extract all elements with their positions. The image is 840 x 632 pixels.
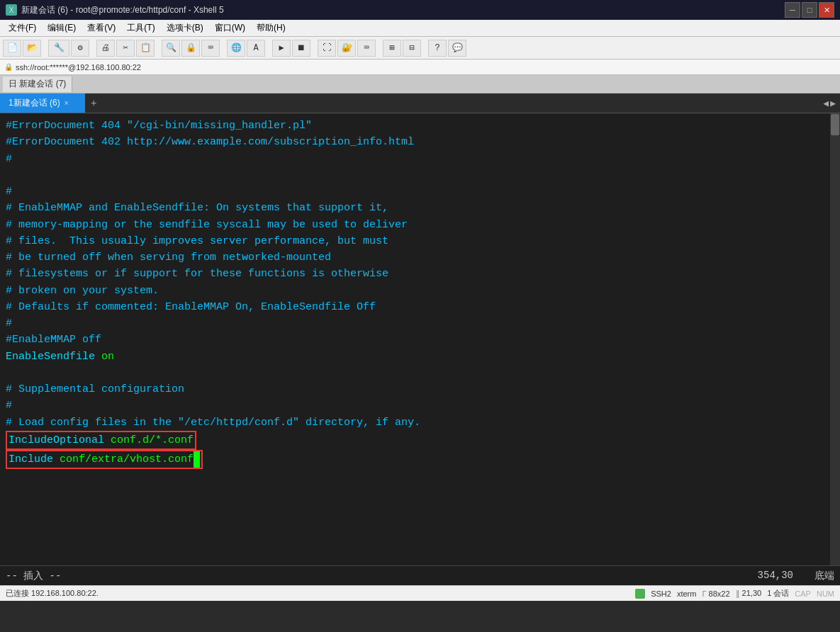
num-indicator: NUM (817, 589, 834, 598)
terminal-content[interactable]: #ErrorDocument 404 "/cgi-bin/missing_han… (0, 113, 840, 565)
sessions-label: 1 会话 (767, 588, 789, 599)
terminal-size-label: Γ 88x22 (702, 589, 729, 598)
toolbar-btn9[interactable]: 🌐 (227, 40, 245, 57)
terminal-line-3: # (6, 151, 834, 167)
session-tab-label: 1新建会话 (6) (9, 97, 60, 109)
menu-help[interactable]: 帮助(H) (251, 21, 291, 35)
terminal-line-16 (6, 365, 834, 381)
toolbar-btn3[interactable]: 🖨 (96, 40, 115, 57)
cursor-pos-label: ‖ 21,30 (736, 589, 762, 598)
bottom-bar-right: SSH2 xterm Γ 88x22 ‖ 21,30 1 会话 CAP NUM (635, 588, 834, 599)
terminal-line-2: #ErrorDocument 402 http://www.example.co… (6, 134, 834, 150)
menu-view[interactable]: 查看(V) (82, 21, 121, 35)
toolbar-btn8[interactable]: ⌨ (201, 40, 220, 57)
sessions-tab[interactable]: 日 新建会话 (7) (3, 77, 72, 92)
scroll-position: 底端 (814, 570, 834, 582)
scrollbar[interactable] (830, 113, 840, 565)
terminal-line-11: # broken on your system. (6, 283, 834, 299)
terminal-line-10: # filesystems or if support for these fu… (6, 266, 834, 282)
terminal-line-12: # Defaults if commented: EnableMMAP On, … (6, 299, 834, 315)
session-tab-1[interactable]: 1新建会话 (6) × (0, 94, 85, 113)
toolbar-zoom-out[interactable]: ⊟ (403, 40, 421, 57)
terminal-line-14: #EnableMMAP off (6, 332, 834, 348)
terminal-line-19: # Load config files in the "/etc/httpd/c… (6, 414, 834, 431)
terminal-line-13: # (6, 315, 834, 332)
terminal-line-18: # (6, 397, 834, 414)
protocol-label: SSH2 (651, 589, 671, 598)
tab-navigation: ◀ ▶ (823, 94, 840, 113)
toolbar-fullscreen[interactable]: ⛶ (318, 40, 336, 57)
menu-file[interactable]: 文件(F) (3, 21, 42, 35)
toolbar-btn7[interactable]: 🔒 (181, 40, 200, 57)
menu-bar: 文件(F) 编辑(E) 查看(V) 工具(T) 选项卡(B) 窗口(W) 帮助(… (0, 20, 840, 37)
address-text: ssh://root:******@192.168.100.80:22 (16, 63, 141, 72)
menu-tools[interactable]: 工具(T) (121, 21, 160, 35)
toolbar-chat[interactable]: 💬 (448, 40, 466, 57)
terminal-line-7: # memory-mapping or the sendfile syscall… (6, 217, 834, 233)
toolbar-btn2[interactable]: ⚙ (71, 40, 89, 57)
close-button[interactable]: ✕ (819, 2, 834, 18)
edit-mode: -- 插入 -- (6, 570, 61, 582)
menu-window[interactable]: 窗口(W) (209, 21, 251, 35)
connection-status: 已连接 192.168.100.80:22. (6, 588, 99, 599)
bottom-bar: 已连接 192.168.100.80:22. SSH2 xterm Γ 88x2… (0, 585, 840, 601)
window-title: 新建会话 (6) - root@promote:/etc/httpd/conf … (21, 4, 224, 16)
toolbar-zoom-in[interactable]: ⊞ (383, 40, 401, 57)
status-bar: -- 插入 -- 354,30 底端 (0, 565, 840, 585)
toolbar-btn4[interactable]: ✂ (116, 40, 135, 57)
terminal-line-20: IncludeOptional conf.d/*.conf (6, 431, 834, 450)
cursor-position: 354,30 (758, 570, 793, 582)
terminal-line-15: EnableSendfile on (6, 349, 834, 365)
scrollbar-thumb[interactable] (831, 114, 839, 135)
toolbar-btn10[interactable]: A (247, 40, 265, 57)
maximize-button[interactable]: □ (802, 2, 817, 18)
terminal-line-6: # EnableMMAP and EnableSendfile: On syst… (6, 200, 834, 216)
nav-left-icon[interactable]: ◀ (823, 98, 829, 109)
toolbar-new[interactable]: 📄 (3, 40, 21, 57)
toolbar-open[interactable]: 📂 (23, 40, 41, 57)
toolbar: 📄 📂 🔧 ⚙ 🖨 ✂ 📋 🔍 🔒 ⌨ 🌐 A ▶ ⏹ ⛶ 🔐 ⌨ ⊞ ⊟ ? … (0, 37, 840, 60)
terminal-line-17: # Supplemental configuration (6, 381, 834, 397)
toolbar-help[interactable]: ? (428, 40, 447, 57)
terminal-line-4 (6, 167, 834, 184)
toolbar-btn6[interactable]: 🔍 (162, 40, 180, 57)
terminal-line-9: # be turned off when serving from networ… (6, 249, 834, 266)
minimize-button[interactable]: ─ (785, 2, 800, 18)
app-icon: X (6, 4, 17, 16)
menu-edit[interactable]: 编辑(E) (42, 21, 82, 35)
nav-right-icon[interactable]: ▶ (830, 98, 836, 109)
cursor (194, 451, 200, 468)
toolbar-btn12[interactable]: ⏹ (292, 40, 310, 57)
toolbar-lock[interactable]: 🔐 (337, 40, 356, 57)
encoding-label: xterm (677, 589, 697, 598)
terminal-line-1: #ErrorDocument 404 "/cgi-bin/missing_han… (6, 118, 834, 134)
window-controls[interactable]: ─ □ ✕ (785, 2, 834, 18)
session-tab-row: 1新建会话 (6) × + ◀ ▶ (0, 94, 840, 113)
connection-indicator (635, 589, 645, 599)
title-bar: X 新建会话 (6) - root@promote:/etc/httpd/con… (0, 0, 840, 20)
address-bar: 🔒 ssh://root:******@192.168.100.80:22 (0, 60, 840, 75)
toolbar-keyboard[interactable]: ⌨ (357, 40, 376, 57)
menu-tabs[interactable]: 选项卡(B) (161, 21, 209, 35)
tab-bar: 日 新建会话 (7) (0, 75, 840, 94)
terminal-line-8: # files. This usually improves server pe… (6, 233, 834, 249)
toolbar-btn11[interactable]: ▶ (272, 40, 291, 57)
add-tab-button[interactable]: + (85, 94, 102, 113)
toolbar-btn5[interactable]: 📋 (136, 40, 155, 57)
terminal-line-21: Include conf/extra/vhost.conf (6, 450, 834, 469)
session-tab-close[interactable]: × (65, 99, 69, 107)
toolbar-btn1[interactable]: 🔧 (48, 40, 69, 57)
cap-indicator: CAP (795, 589, 811, 598)
lock-icon: 🔒 (4, 63, 13, 71)
terminal-line-5: # (6, 184, 834, 200)
